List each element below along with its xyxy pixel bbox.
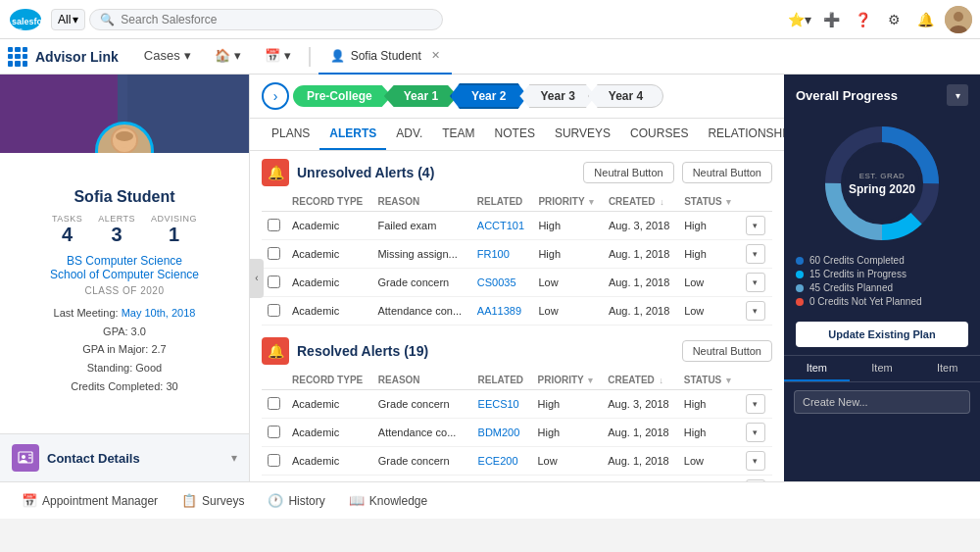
row-dropdown[interactable]: ▾: [746, 244, 765, 264]
row-dropdown[interactable]: ▾: [746, 394, 765, 414]
cell-status: Low: [678, 297, 740, 326]
update-plan-button[interactable]: Update Existing Plan: [796, 322, 968, 347]
right-tab-item1[interactable]: Item: [784, 356, 850, 381]
year-step-year1[interactable]: Year 1: [384, 85, 458, 107]
contact-details-bar[interactable]: Contact Details ▾: [0, 433, 249, 481]
legend-label-in-progress: 15 Credits in Progress: [809, 269, 906, 279]
year-nav-prev[interactable]: ›: [262, 82, 289, 110]
cell-related[interactable]: AA11389: [471, 297, 533, 326]
add-icon[interactable]: ➕: [819, 8, 843, 31]
tab-alerts[interactable]: ALERTS: [319, 119, 386, 150]
tab-team[interactable]: TEAM: [432, 119, 484, 150]
create-new-input[interactable]: Create New...: [794, 390, 970, 414]
row-checkbox[interactable]: [268, 397, 280, 410]
row-dropdown[interactable]: ▾: [746, 273, 765, 292]
bottom-nav-knowledge[interactable]: 📖 Knowledge: [339, 482, 437, 520]
contact-icon: [12, 444, 39, 472]
legend-dot-not-planned: [796, 298, 804, 306]
school-link[interactable]: School of Computer Science: [12, 268, 237, 281]
cell-related[interactable]: EECS10: [472, 390, 532, 419]
row-dropdown[interactable]: ▾: [746, 479, 765, 481]
nav-icons: ⭐▾ ➕ ❓ ⚙ 🔔: [788, 6, 972, 33]
overall-progress-dropdown[interactable]: ▾: [947, 84, 968, 106]
resolved-alerts-section: 🔔 Resolved Alerts (19) Neutral Button RE…: [262, 337, 772, 481]
unresolved-alerts-table: RECORD TYPE REASON RELATED PRIORITY ▾ CR…: [262, 192, 772, 326]
cell-reason: Grade concern: [371, 269, 470, 297]
bottom-nav-history[interactable]: 🕐 History: [258, 482, 334, 520]
right-tab-item2[interactable]: Item: [850, 356, 915, 381]
cell-reason: Attendance con...: [371, 297, 470, 326]
row-checkbox[interactable]: [268, 454, 280, 467]
search-type-selector[interactable]: All ▾: [51, 9, 85, 30]
tab-notes[interactable]: NOTES: [485, 119, 545, 150]
year-step-year2[interactable]: Year 2: [450, 83, 527, 109]
cell-type: Academic: [286, 390, 372, 419]
cell-type: Academic: [286, 212, 371, 240]
tasks-value: 4: [52, 224, 82, 246]
col-priority[interactable]: PRIORITY ▾: [532, 192, 602, 212]
app-grid-icon[interactable]: [8, 47, 27, 67]
unresolved-btn2[interactable]: Neutral Button: [682, 162, 772, 183]
year-step-year4[interactable]: Year 4: [588, 84, 663, 108]
cases-chevron: ▾: [184, 48, 191, 63]
right-tab-item3[interactable]: Item: [914, 356, 980, 381]
row-checkbox[interactable]: [268, 276, 280, 288]
row-dropdown[interactable]: ▾: [746, 423, 765, 442]
tab-adv[interactable]: ADV.: [386, 119, 432, 150]
col-created-r[interactable]: CREATED ↓: [602, 371, 678, 390]
nav-tab-home[interactable]: 🏠 ▾: [205, 39, 251, 75]
search-input[interactable]: [121, 13, 277, 26]
cell-related[interactable]: CS0035: [471, 269, 533, 297]
tab-relationships[interactable]: RELATIONSHIPS: [698, 119, 784, 150]
cell-related[interactable]: FR100: [471, 240, 533, 269]
bell-icon[interactable]: 🔔: [913, 8, 937, 31]
cell-reason: Failed exam: [371, 212, 470, 240]
col-status[interactable]: STATUS ▾: [678, 192, 740, 212]
contact-chevron-icon: ▾: [231, 451, 237, 465]
resolved-btn1[interactable]: Neutral Button: [682, 340, 772, 362]
help-icon[interactable]: ❓: [851, 8, 874, 31]
major-link[interactable]: BS Computer Science: [12, 254, 237, 268]
year-step-year3[interactable]: Year 3: [519, 84, 595, 108]
cell-related[interactable]: AA11389: [472, 476, 532, 482]
favorites-icon[interactable]: ⭐▾: [788, 8, 811, 31]
col-status-r[interactable]: STATUS ▾: [678, 371, 740, 390]
student-tab-close[interactable]: ✕: [431, 49, 440, 62]
student-details: Last Meeting: May 10th, 2018 GPA: 3.0 GP…: [12, 304, 237, 395]
row-dropdown[interactable]: ▾: [746, 301, 765, 321]
nav-tab-calendar[interactable]: 📅 ▾: [255, 39, 301, 75]
tab-plans[interactable]: PLANS: [262, 119, 319, 150]
stat-alerts: ALERTS 3: [98, 214, 135, 246]
nav-tab-cases[interactable]: Cases ▾: [134, 39, 201, 75]
bottom-nav-appointment[interactable]: 📅 Appointment Manager: [12, 482, 168, 520]
legend-in-progress: 15 Credits in Progress: [796, 269, 968, 279]
row-checkbox[interactable]: [268, 426, 280, 438]
bottom-nav-surveys[interactable]: 📋 Surveys: [172, 482, 254, 520]
svg-point-11: [22, 455, 25, 459]
year-step-precollege[interactable]: Pre-College: [293, 85, 392, 107]
cell-related[interactable]: ECE200: [472, 447, 532, 476]
student-avatar-wrap: [95, 122, 154, 153]
col-created[interactable]: CREATED ↓: [603, 192, 678, 212]
cell-related[interactable]: ACCT101: [471, 212, 533, 240]
cell-priority: Low: [532, 297, 602, 326]
knowledge-label: Knowledge: [369, 494, 427, 508]
row-dropdown[interactable]: ▾: [746, 451, 765, 471]
row-checkbox[interactable]: [268, 219, 280, 231]
user-avatar[interactable]: [945, 6, 972, 33]
tasks-label: TASKS: [52, 214, 82, 224]
row-checkbox[interactable]: [268, 304, 280, 317]
collapse-tab[interactable]: ‹: [250, 259, 264, 298]
table-row: Academic Grade concern EECS10 High Aug. …: [262, 390, 772, 419]
settings-icon[interactable]: ⚙: [882, 8, 906, 31]
col-priority-r[interactable]: PRIORITY ▾: [532, 371, 603, 390]
col-related: RELATED: [471, 192, 533, 212]
tab-courses[interactable]: COURSES: [620, 119, 698, 150]
row-dropdown[interactable]: ▾: [746, 216, 765, 235]
cell-related[interactable]: BDM200: [472, 419, 532, 447]
tab-surveys[interactable]: SURVEYS: [545, 119, 620, 150]
row-checkbox[interactable]: [268, 247, 280, 260]
unresolved-btn1[interactable]: Neutral Button: [583, 162, 673, 183]
svg-text:EST. GRAD: EST. GRAD: [859, 172, 906, 180]
open-student-tab[interactable]: 👤 Sofia Student ✕: [318, 39, 452, 75]
